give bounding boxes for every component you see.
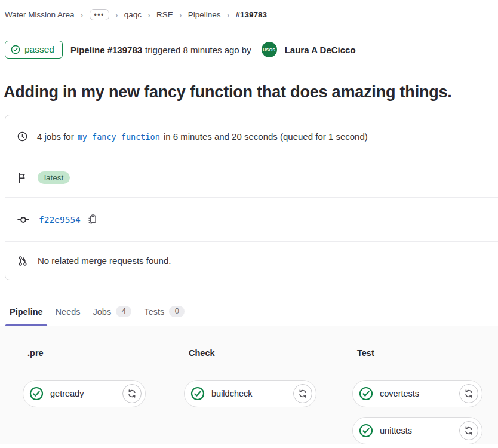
retry-job-button[interactable] <box>459 384 478 403</box>
pipeline-trigger-info: Pipeline #139783 triggered 8 minutes ago… <box>70 45 251 55</box>
pipeline-id-label: Pipeline #139783 <box>70 45 142 55</box>
copy-commit-sha-button[interactable] <box>87 214 97 225</box>
job-name: buildcheck <box>211 389 293 398</box>
merge-request-text: No related merge requests found. <box>38 256 171 266</box>
tab-pipeline[interactable]: Pipeline <box>5 297 48 326</box>
job-name: getready <box>50 389 122 398</box>
job-getready[interactable]: getready <box>23 380 146 407</box>
breadcrumb-item-qaqc[interactable]: qaqc <box>124 10 142 19</box>
tab-jobs-label: Jobs <box>93 307 112 317</box>
breadcrumb-item-group[interactable]: Water Mission Area <box>5 10 75 19</box>
tab-needs-label: Needs <box>56 307 81 317</box>
job-covertests[interactable]: covertests <box>352 380 482 407</box>
clock-icon <box>17 131 27 142</box>
pipeline-tabs: Pipeline Needs Jobs 4 Tests 0 <box>0 297 498 326</box>
jobs-count-text: 4 jobs for <box>37 131 74 142</box>
breadcrumb: Water Mission Area › ••• › qaqc › RSE › … <box>0 0 498 29</box>
success-status-icon <box>359 386 373 401</box>
stage-pre-title: .pre <box>23 348 146 358</box>
flag-icon <box>17 173 28 183</box>
retry-icon <box>464 389 474 398</box>
breadcrumb-ellipsis-button[interactable]: ••• <box>90 9 109 20</box>
jobs-summary-row: 4 jobs for my_fancy_function in 6 minute… <box>5 115 498 158</box>
tab-tests[interactable]: Tests 0 <box>139 297 189 326</box>
jobs-summary-text: 4 jobs for my_fancy_function in 6 minute… <box>37 131 368 142</box>
copy-icon <box>87 214 97 225</box>
user-name-link[interactable]: Laura A DeCicco <box>285 45 356 55</box>
tab-tests-label: Tests <box>144 307 164 317</box>
stage-test: Test covertests <box>352 348 482 444</box>
breadcrumb-separator: › <box>81 12 84 18</box>
status-badge-label: passed <box>24 44 54 55</box>
breadcrumb-item-pipeline-id: #139783 <box>236 10 268 19</box>
success-status-icon <box>29 386 44 401</box>
retry-job-button[interactable] <box>293 384 312 403</box>
success-status-icon <box>190 386 205 401</box>
commit-sha-link[interactable]: f22e9554 <box>39 215 81 225</box>
status-badge: passed <box>5 41 63 59</box>
tab-tests-count-badge: 0 <box>169 306 185 318</box>
stage-pre: .pre getready <box>23 348 146 407</box>
tab-jobs-count-badge: 4 <box>116 306 131 318</box>
avatar[interactable]: USGS <box>262 42 277 57</box>
page-title: Adding in my new fancy function that doe… <box>0 83 498 102</box>
breadcrumb-item-pipelines[interactable]: Pipelines <box>188 10 221 19</box>
tab-pipeline-label: Pipeline <box>10 307 43 317</box>
latest-badge: latest <box>38 171 70 184</box>
retry-icon <box>298 389 308 398</box>
pipeline-graph: .pre getready <box>0 326 498 444</box>
stage-check: Check buildcheck <box>184 348 316 407</box>
latest-flag-row: latest <box>5 158 498 197</box>
merge-requests-row: No related merge requests found. <box>5 241 498 280</box>
pipeline-status-bar: passed Pipeline #139783 triggered 8 minu… <box>0 29 498 70</box>
retry-icon <box>127 389 137 398</box>
breadcrumb-separator: › <box>115 12 118 18</box>
tab-needs[interactable]: Needs <box>51 297 85 326</box>
job-name: covertests <box>380 389 459 398</box>
breadcrumb-separator: › <box>227 12 230 18</box>
ref-link[interactable]: my_fancy_function <box>78 132 160 142</box>
job-buildcheck[interactable]: buildcheck <box>184 380 316 407</box>
job-unittests[interactable]: unittests <box>352 417 482 444</box>
retry-icon <box>464 426 474 435</box>
retry-job-button[interactable] <box>122 384 142 403</box>
success-status-icon <box>359 424 373 438</box>
merge-request-icon <box>17 256 28 266</box>
jobs-duration-text: in 6 minutes and 20 seconds (queued for … <box>164 131 368 142</box>
divider <box>0 70 498 70</box>
stage-check-title: Check <box>184 348 316 358</box>
commit-icon <box>17 214 29 226</box>
pipeline-details-box: 4 jobs for my_fancy_function in 6 minute… <box>5 115 498 280</box>
retry-job-button[interactable] <box>459 421 478 440</box>
breadcrumb-separator: › <box>179 12 182 18</box>
job-name: unittests <box>380 426 459 435</box>
tab-jobs[interactable]: Jobs 4 <box>88 297 137 326</box>
triggered-text: triggered 8 minutes ago by <box>145 45 251 55</box>
breadcrumb-separator: › <box>147 12 150 18</box>
commit-row: f22e9554 <box>5 197 498 241</box>
stage-test-title: Test <box>352 348 482 358</box>
check-circle-icon <box>11 45 20 54</box>
breadcrumb-item-rse[interactable]: RSE <box>156 10 173 19</box>
